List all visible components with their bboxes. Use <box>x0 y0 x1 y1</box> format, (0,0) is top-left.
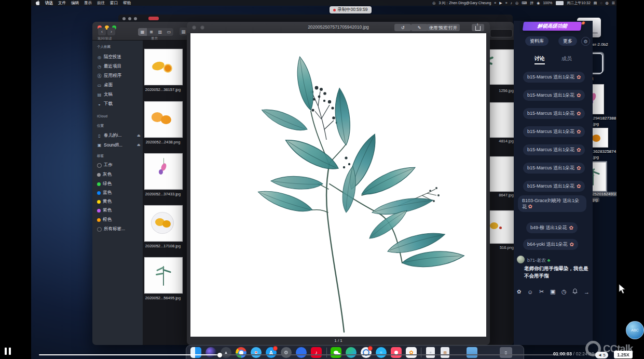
chat-username[interactable]: b71-老农 ♣ <box>527 257 550 264</box>
eject-icon[interactable]: ⏏ <box>137 143 141 147</box>
sidebar-tag-all[interactable]: 所有标签... <box>97 225 125 233</box>
input-method-icon[interactable]: 拼 <box>530 1 533 6</box>
dock-icon-compass-app[interactable] <box>361 347 372 358</box>
sidebar-item-airdrop[interactable]: ◎隔空投送 <box>97 54 121 61</box>
dock-icon-blue-app[interactable] <box>296 347 307 358</box>
dock-icon-chrome[interactable] <box>236 347 246 358</box>
icon-view-button[interactable]: ▦ <box>138 28 147 36</box>
file-thumbnail-lemon[interactable] <box>144 49 183 85</box>
sidebar-item-desktop[interactable]: ▭桌面 <box>97 82 113 89</box>
file-thumbnail-partial[interactable] <box>486 102 515 138</box>
dock-icon-document[interactable]: ≡ <box>426 347 435 358</box>
prev-track-icon[interactable]: « <box>494 1 496 5</box>
send-button[interactable]: → <box>584 289 590 295</box>
progress-bar[interactable] <box>39 354 557 355</box>
file-name[interactable]: 2020052...56495.jpg <box>141 296 185 300</box>
sidebar-item-soundflower-volume[interactable]: ▣Soundfl... <box>97 141 122 149</box>
play-icon[interactable]: ▶ <box>499 1 502 5</box>
open-with-preview-button[interactable]: 使用"预览"打开 <box>427 24 460 31</box>
dock-icon-netease-music[interactable]: ♪ <box>311 347 322 358</box>
menu-help[interactable]: 帮助 <box>123 1 131 6</box>
menu-edit[interactable]: 编辑 <box>71 1 79 6</box>
sidebar-tag-work[interactable]: 工作 <box>97 162 113 169</box>
list-view-button[interactable]: ≣ <box>147 28 156 36</box>
menu-finder[interactable]: 访达 <box>45 1 53 6</box>
dock-icon-document[interactable]: ▤ <box>441 347 449 358</box>
progress-thumb[interactable] <box>217 353 222 357</box>
menu-file[interactable]: 文件 <box>58 1 66 6</box>
dock-icon-siri[interactable] <box>205 347 216 358</box>
screen-mirroring-icon[interactable]: ◎ <box>515 1 518 5</box>
unlock-features-banner[interactable]: 解锁高级功能✸ <box>523 22 582 31</box>
menu-go[interactable]: 前往 <box>97 1 105 6</box>
dock-icon-pink-app[interactable] <box>391 347 402 358</box>
send-flower-button[interactable]: ✿ <box>517 289 521 295</box>
sidebar-tag-blue[interactable]: 蓝色 <box>97 189 112 196</box>
dock-icon-maps[interactable] <box>346 347 357 358</box>
file-name[interactable]: 2020052...2438.png <box>141 140 185 144</box>
control-center-icon[interactable]: ☰ <box>612 1 615 5</box>
file-thumbnail-lemon-plate[interactable] <box>144 205 183 242</box>
keyboard-icon[interactable]: ⌨ <box>522 1 527 5</box>
gallery-view-button[interactable]: ▭ <box>165 28 173 36</box>
dock-icon-launchpad[interactable]: ▲ <box>221 347 231 358</box>
forward-button[interactable]: › <box>107 28 115 35</box>
floating-avatar-bubble[interactable]: ABC <box>626 321 644 339</box>
chat-settings-button[interactable]: ⚙ <box>581 37 590 46</box>
sidebar-tag-purple[interactable]: 紫色 <box>97 207 112 214</box>
dock-icon-system-preferences[interactable]: ⚙ <box>281 347 292 358</box>
tab-members[interactable]: 成员 <box>561 55 572 62</box>
share-button[interactable] <box>472 24 484 31</box>
sidebar-item-recents[interactable]: ◷最近项目 <box>97 63 121 70</box>
history-button[interactable]: ◷ <box>561 288 567 295</box>
sidebar-item-documents[interactable]: ▤文稿 <box>97 91 113 98</box>
more-button[interactable]: 更多 <box>558 36 577 46</box>
dock-icon-trash[interactable]: ▯ <box>500 347 512 358</box>
siri-icon[interactable]: ◍ <box>606 1 609 5</box>
emoji-button[interactable]: ☺ <box>527 289 533 295</box>
dock-icon-safari[interactable]: ✦ <box>251 347 262 358</box>
screenshot-button[interactable]: ✂ <box>539 288 544 295</box>
dock-icon-folder[interactable] <box>467 347 477 358</box>
avatar[interactable] <box>517 256 525 263</box>
group-button[interactable]: ▦ <box>180 28 187 35</box>
sidebar-item-applications[interactable]: Ⓐ应用程序 <box>97 72 121 79</box>
eject-icon[interactable]: ⏏ <box>137 134 141 138</box>
menu-clock[interactable]: 周二上午10:32 <box>567 1 591 6</box>
qa-status-text[interactable]: 3 问：Zhen Ding@Gary Cheung <box>439 1 491 6</box>
sidebar-item-mac[interactable]: ▯春儿的i... <box>97 132 121 139</box>
dock-icon-cyan-app[interactable]: ≈ <box>376 347 387 358</box>
pause-button[interactable] <box>5 348 11 355</box>
sidebar-tag-green[interactable]: 绿色 <box>97 180 112 188</box>
sidebar-item-downloads[interactable]: ◒下载 <box>97 100 113 108</box>
file-thumbnail-partial[interactable] <box>486 210 515 244</box>
dock-icon-app-store[interactable]: A <box>266 347 277 358</box>
file-thumbnail-partial[interactable] <box>486 156 515 192</box>
finder-search-field[interactable] <box>490 29 513 37</box>
rewind-5s-button[interactable]: ◄ 5 <box>595 352 608 358</box>
dock-icon-photos[interactable]: ✿ <box>406 347 417 358</box>
file-name[interactable]: 2020052...17108.jpg <box>141 244 185 248</box>
file-thumbnail-partial[interactable] <box>486 49 515 85</box>
view-switcher[interactable]: ▦ ≣ ▥ ▭ <box>138 28 173 36</box>
playback-speed-button[interactable]: 1.25X <box>614 351 633 358</box>
sidebar-tag-yellow[interactable]: 黄色 <box>97 198 112 205</box>
notes-icon[interactable]: ▤ <box>594 1 597 5</box>
notification-button[interactable] <box>572 288 578 295</box>
file-thumbnail-plant[interactable] <box>144 257 183 294</box>
next-track-icon[interactable]: » <box>505 1 508 5</box>
file-name[interactable]: 2020052...36157.jpg <box>141 87 185 92</box>
dock-icon-wechat[interactable] <box>331 347 341 358</box>
file-thumbnail-fuchsia[interactable] <box>144 153 183 190</box>
volume-icon[interactable]: ♪ <box>511 1 513 5</box>
menu-window[interactable]: 窗口 <box>110 1 118 6</box>
search-icon[interactable]: ◌ <box>600 1 602 5</box>
wifi-icon[interactable]: ◉ <box>537 1 540 5</box>
dock-icon-finder[interactable] <box>190 347 201 358</box>
sidebar-tag-gray[interactable]: 灰色 <box>97 171 112 178</box>
file-name[interactable]: 2020052...37433.jpg <box>141 192 185 196</box>
tab-discussion[interactable]: 讨论 <box>535 55 545 64</box>
library-button[interactable]: 资料库 <box>525 36 549 46</box>
image-button[interactable]: ▣ <box>550 288 555 295</box>
menu-view[interactable]: 显示 <box>84 1 92 6</box>
